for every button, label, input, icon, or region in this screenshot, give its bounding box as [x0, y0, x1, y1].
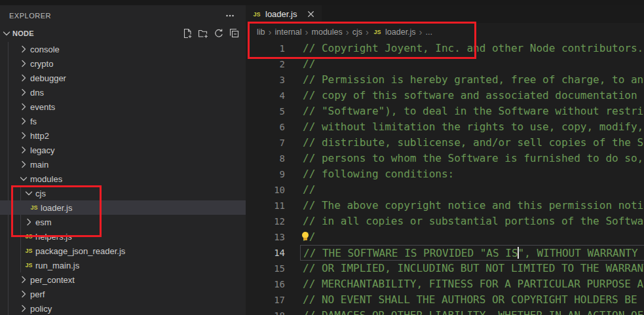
tree-item-label: debugger	[30, 73, 66, 83]
code-line-17[interactable]: 17// NO EVENT SHALL THE AUTHORS OR COPYR…	[246, 292, 644, 308]
code-line-9[interactable]: 9// following conditions:	[246, 166, 644, 182]
code-line-13[interactable]: 13//	[246, 229, 644, 245]
more-actions-icon[interactable]	[223, 9, 237, 22]
tree-item-fs[interactable]: fs	[0, 114, 246, 128]
tree-item-label: events	[30, 102, 55, 112]
tree-item-cjs[interactable]: cjs	[0, 186, 246, 200]
chevron-right-icon	[18, 274, 29, 285]
tree-item-helpers-js[interactable]: JShelpers.js	[0, 229, 246, 244]
node-section-label: NODE	[12, 29, 34, 37]
tree-item-per-context[interactable]: per_context	[0, 272, 246, 287]
explorer-title: EXPLORER	[9, 12, 51, 20]
line-number: 3	[246, 72, 285, 88]
tree-item-esm[interactable]: esm	[0, 215, 246, 229]
chevron-right-icon	[18, 102, 29, 112]
tree-item-console[interactable]: console	[0, 42, 246, 56]
tree-item-crypto[interactable]: crypto	[0, 56, 246, 71]
code-line-text: // DAMAGES OR OTHER LIABILITY, WHETHER I…	[300, 308, 644, 315]
code-editor[interactable]: 1// Copyright Joyent, Inc. and other Nod…	[246, 41, 644, 315]
refresh-icon[interactable]	[213, 28, 224, 39]
chevron-down-icon	[18, 174, 29, 184]
code-line-text: // without limitation the rights to use,…	[300, 119, 644, 135]
code-line-text: // persons to whom the Software is furni…	[300, 151, 644, 166]
chevron-right-icon	[18, 73, 29, 83]
breadcrumb-item-label: loader.js	[385, 28, 416, 37]
code-line-14[interactable]: 14// THE SOFTWARE IS PROVIDED "AS IS", W…	[246, 245, 644, 261]
tree-item-legacy[interactable]: legacy	[0, 143, 246, 157]
code-line-8[interactable]: 8// persons to whom the Software is furn…	[246, 151, 644, 166]
line-number: 15	[246, 261, 285, 276]
file-tree: consolecryptodebuggerdnseventsfshttp2leg…	[0, 42, 246, 315]
tab-bar: JSloader.js	[246, 5, 644, 23]
code-line-2[interactable]: 2//	[246, 56, 644, 72]
tree-item-label: main	[30, 160, 48, 170]
js-file-icon: JS	[372, 29, 383, 35]
code-line-16[interactable]: 16// MERCHANTABILITY, FITNESS FOR A PART…	[246, 276, 644, 292]
close-icon[interactable]	[305, 9, 316, 20]
breadcrumb-item-label: cjs	[352, 28, 362, 37]
chevron-right-icon	[18, 116, 29, 126]
breadcrumb-item-label: ...	[426, 28, 432, 37]
tree-item-label: legacy	[30, 145, 55, 155]
breadcrumb-item-lib[interactable]: lib	[257, 28, 265, 37]
breadcrumb-item-loader-js[interactable]: JSloader.js	[372, 28, 416, 37]
tree-item-main[interactable]: main	[0, 157, 246, 172]
line-number: 8	[246, 151, 285, 166]
breadcrumb-item-label: internal	[275, 28, 302, 37]
tree-item-modules[interactable]: modules	[0, 172, 246, 186]
code-line-text: // distribute, sublicense, and/or sell c…	[300, 135, 644, 151]
tree-item-label: perf	[30, 289, 45, 299]
node-section-header[interactable]: NODE	[0, 26, 246, 41]
js-file-icon: JS	[24, 233, 34, 240]
code-line-15[interactable]: 15// OR IMPLIED, INCLUDING BUT NOT LIMIT…	[246, 261, 644, 276]
tab-loader-js[interactable]: JSloader.js	[246, 5, 322, 23]
tree-item-events[interactable]: events	[0, 100, 246, 114]
code-line-11[interactable]: 11// The above copyright notice and this…	[246, 198, 644, 213]
breadcrumb-item-modules[interactable]: modules	[312, 28, 343, 37]
code-line-10[interactable]: 10//	[246, 182, 644, 198]
code-line-text: // "Software"), to deal in the Software …	[300, 103, 644, 119]
code-line-text: // following conditions:	[300, 166, 644, 182]
chevron-down-icon	[24, 188, 34, 198]
line-number: 14	[246, 245, 285, 261]
tree-item-perf[interactable]: perf	[0, 287, 246, 301]
lightbulb-icon[interactable]	[301, 232, 310, 242]
js-file-icon: JS	[24, 262, 34, 269]
tree-item-loader-js[interactable]: JSloader.js	[0, 200, 246, 215]
tree-item-label: crypto	[30, 59, 53, 69]
code-line-text: // in all copies or substantial portions…	[300, 213, 644, 229]
code-line-5[interactable]: 5// "Software"), to deal in the Software…	[246, 103, 644, 119]
tree-item-policy[interactable]: policy	[0, 301, 246, 315]
line-number: 2	[246, 56, 285, 72]
tree-item-label: loader.js	[41, 203, 72, 213]
code-line-6[interactable]: 6// without limitation the rights to use…	[246, 119, 644, 135]
new-folder-icon[interactable]	[197, 28, 208, 39]
code-line-1[interactable]: 1// Copyright Joyent, Inc. and other Nod…	[246, 41, 644, 56]
new-file-icon[interactable]	[181, 28, 193, 39]
breadcrumb-item-[interactable]: ...	[426, 28, 432, 37]
code-line-3[interactable]: 3// Permission is hereby granted, free o…	[246, 72, 644, 88]
code-line-4[interactable]: 4// copy of this software and associated…	[246, 88, 644, 103]
line-number: 4	[246, 88, 285, 103]
breadcrumb-item-internal[interactable]: internal	[275, 28, 302, 37]
tree-item-run-main-js[interactable]: JSrun_main.js	[0, 258, 246, 272]
js-file-icon: JS	[24, 248, 34, 254]
tree-item-label: dns	[30, 88, 44, 98]
text-cursor	[518, 247, 519, 259]
title-bar	[0, 0, 644, 5]
tree-item-dns[interactable]: dns	[0, 85, 246, 100]
breadcrumb-item-cjs[interactable]: cjs	[352, 28, 362, 37]
code-line-18[interactable]: 18// DAMAGES OR OTHER LIABILITY, WHETHER…	[246, 308, 644, 315]
vscode-window: EXPLORER NODE consolecryptodebuggerdnsev…	[0, 0, 644, 315]
line-number: 13	[246, 229, 285, 245]
tree-item-label: console	[30, 45, 60, 54]
tree-item-debugger[interactable]: debugger	[0, 71, 246, 85]
tab-label: loader.js	[265, 9, 297, 19]
code-line-text: //	[300, 229, 644, 245]
code-line-12[interactable]: 12// in all copies or substantial portio…	[246, 213, 644, 229]
code-line-7[interactable]: 7// distribute, sublicense, and/or sell …	[246, 135, 644, 151]
tree-item-http2[interactable]: http2	[0, 128, 246, 143]
tree-item-package-json-reader-js[interactable]: JSpackage_json_reader.js	[0, 244, 246, 258]
line-number: 6	[246, 119, 285, 135]
collapse-all-icon[interactable]	[229, 28, 240, 39]
